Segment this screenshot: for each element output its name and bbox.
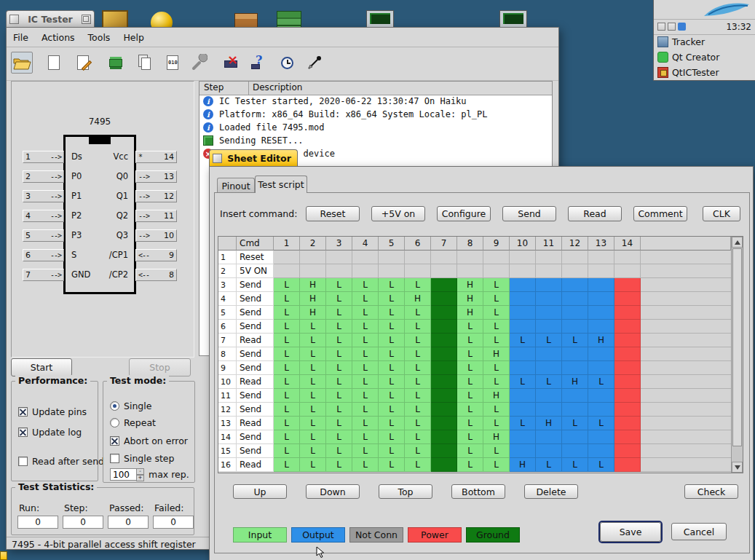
cell-r3-c11[interactable]	[536, 278, 562, 292]
cell-r15-c2[interactable]: L	[300, 444, 326, 458]
cell-r7-c9[interactable]: L	[483, 334, 510, 347]
row-command[interactable]: Read	[237, 417, 274, 430]
cell-r14-c8[interactable]: L	[457, 430, 483, 444]
cell-r8-c2[interactable]: L	[300, 347, 326, 361]
cell-r14-c14[interactable]	[614, 430, 641, 444]
cell-r6-c6[interactable]: L	[405, 320, 431, 334]
cell-r9-c7[interactable]	[431, 361, 457, 375]
cell-r16-c7[interactable]	[431, 458, 457, 472]
cell-r10-c11[interactable]: L	[536, 375, 562, 389]
cell-r4-c5[interactable]: L	[379, 292, 405, 306]
cell-r2-c6[interactable]	[405, 264, 431, 278]
cell-r3-c9[interactable]: L	[483, 278, 510, 292]
help-icon[interactable]: ?	[249, 52, 271, 74]
row-number[interactable]: 4	[218, 292, 237, 306]
cell-r8-c4[interactable]: L	[352, 347, 379, 361]
edit-icon[interactable]	[72, 52, 94, 74]
cell-r8-c7[interactable]	[431, 347, 457, 361]
cell-r7-c7[interactable]	[431, 334, 457, 347]
cell-r11-c5[interactable]: L	[379, 389, 405, 403]
cell-r9-c1[interactable]: L	[274, 361, 300, 375]
cell-r3-c3[interactable]: L	[326, 278, 352, 292]
cell-r12-c8[interactable]: L	[457, 403, 483, 417]
cell-r13-c6[interactable]: L	[405, 417, 431, 430]
row-number[interactable]: 11	[218, 389, 237, 403]
cell-r2-c4[interactable]	[352, 264, 379, 278]
radio-repeat[interactable]: Repeat	[110, 417, 156, 428]
cell-r1-c6[interactable]	[405, 251, 431, 264]
cell-r7-c10[interactable]: L	[510, 334, 536, 347]
cell-r12-c7[interactable]	[431, 403, 457, 417]
deskbar-app-tracker[interactable]: Tracker	[654, 34, 755, 50]
row-number[interactable]: 15	[218, 444, 237, 458]
max-rep-spinner[interactable]: -+	[136, 468, 144, 481]
cell-r16-c4[interactable]: L	[352, 458, 379, 472]
row-command[interactable]: Send	[237, 306, 274, 320]
tab-test-script[interactable]: Test script	[255, 176, 307, 193]
max-rep-input[interactable]	[110, 468, 138, 481]
cell-r10-c2[interactable]: L	[300, 375, 326, 389]
row-number[interactable]: 8	[218, 347, 237, 361]
tab-pinout[interactable]: Pinout	[217, 178, 255, 193]
cell-r1-c8[interactable]	[457, 251, 483, 264]
cell-r16-c11[interactable]: L	[536, 458, 562, 472]
bottom-button[interactable]: Bottom	[451, 484, 505, 499]
cell-r11-c6[interactable]: L	[405, 389, 431, 403]
close-icon[interactable]	[9, 15, 19, 24]
cell-r15-c12[interactable]	[562, 444, 588, 458]
cell-r6-c13[interactable]	[588, 320, 614, 334]
cell-r5-c5[interactable]: L	[379, 306, 405, 320]
delete-button[interactable]: Delete	[524, 484, 578, 499]
binary-log-icon[interactable]: 010	[162, 52, 183, 74]
cell-r2-c9[interactable]	[483, 264, 510, 278]
down-button[interactable]: Down	[306, 484, 360, 499]
sheet-editor-titlebar[interactable]: Sheet Editor	[209, 149, 298, 166]
cell-r11-c7[interactable]	[431, 389, 457, 403]
cell-r3-c2[interactable]: H	[300, 278, 326, 292]
new-document-icon[interactable]	[43, 52, 65, 74]
cell-r9-c4[interactable]: L	[352, 361, 379, 375]
top-button[interactable]: Top	[379, 484, 432, 499]
cell-r14-c10[interactable]	[510, 430, 536, 444]
cell-r5-c1[interactable]: L	[274, 306, 300, 320]
cell-r8-c5[interactable]: L	[379, 347, 405, 361]
menu-actions[interactable]: Actions	[35, 30, 82, 45]
cell-r9-c3[interactable]: L	[326, 361, 352, 375]
row-command[interactable]: Send	[237, 389, 274, 403]
checkbox-read-after-send[interactable]: Read after send	[18, 456, 104, 467]
cell-r15-c3[interactable]: L	[326, 444, 352, 458]
cell-r16-c3[interactable]: L	[326, 458, 352, 472]
cell-r2-c13[interactable]	[588, 264, 614, 278]
stop-button[interactable]: Stop	[129, 358, 191, 376]
cell-r13-c8[interactable]: L	[457, 417, 483, 430]
cell-r2-c1[interactable]	[274, 264, 300, 278]
wrench-icon[interactable]	[188, 52, 210, 74]
zoom-icon[interactable]	[82, 15, 91, 24]
cell-r9-c2[interactable]: L	[300, 361, 326, 375]
cell-r7-c13[interactable]: H	[588, 334, 614, 347]
cell-r13-c12[interactable]: L	[562, 417, 588, 430]
cell-r2-c11[interactable]	[536, 264, 562, 278]
cell-r3-c13[interactable]	[588, 278, 614, 292]
cell-r12-c3[interactable]: L	[326, 403, 352, 417]
cell-r12-c10[interactable]	[510, 403, 536, 417]
row-command[interactable]: 5V ON	[237, 264, 274, 278]
cell-r11-c14[interactable]	[614, 389, 641, 403]
cell-r8-c8[interactable]: L	[457, 347, 483, 361]
cell-r14-c7[interactable]	[431, 430, 457, 444]
reset-device-icon[interactable]: ×	[221, 52, 243, 74]
cell-r11-c9[interactable]: H	[483, 389, 510, 403]
cell-r5-c6[interactable]: L	[405, 306, 431, 320]
cell-r7-c3[interactable]: L	[326, 334, 352, 347]
log-entry[interactable]: Sending RESET...	[199, 134, 552, 147]
cell-r7-c6[interactable]: L	[405, 334, 431, 347]
checkbox-update-log[interactable]: Update log	[18, 427, 82, 438]
cell-r2-c8[interactable]	[457, 264, 483, 278]
cell-r16-c10[interactable]: H	[510, 458, 536, 472]
cell-r1-c12[interactable]	[562, 251, 588, 264]
cell-r13-c9[interactable]: L	[483, 417, 510, 430]
row-command[interactable]: Send	[237, 292, 274, 306]
cell-r10-c8[interactable]: L	[457, 375, 483, 389]
scroll-down-icon[interactable]	[732, 462, 743, 473]
cell-r15-c9[interactable]: L	[483, 444, 510, 458]
